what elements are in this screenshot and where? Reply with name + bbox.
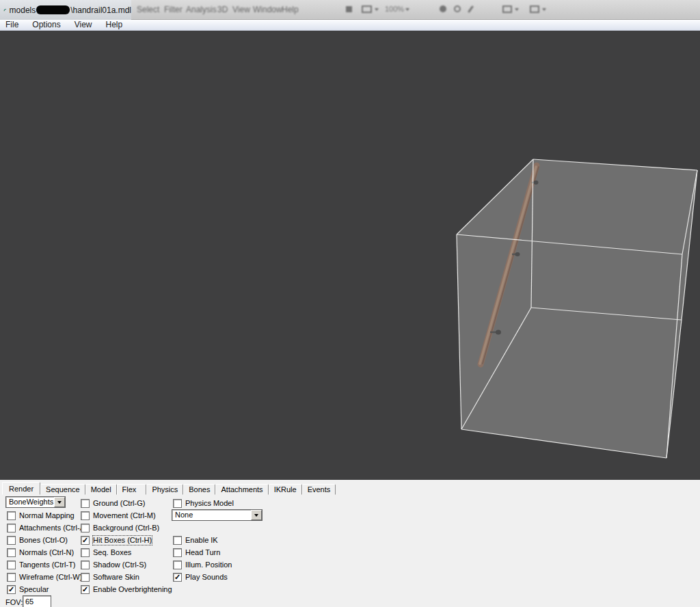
physics-model-combo[interactable]: None <box>172 509 262 521</box>
checkbox-play-sounds[interactable]: ✓Play Sounds <box>173 572 228 582</box>
checkbox-mark <box>7 548 16 557</box>
checkbox-mark <box>81 524 90 532</box>
bg-menu-view[interactable]: View <box>232 5 250 14</box>
checkbox-mark <box>7 573 16 582</box>
checkbox-normal-mapping[interactable]: Normal Mapping <box>7 511 75 520</box>
checkbox-mark <box>7 561 16 569</box>
brush-tool-icon[interactable] <box>468 5 474 13</box>
hitbox-fill <box>457 159 697 458</box>
checkbox-ground[interactable]: Ground (Ctrl-G) <box>81 498 145 508</box>
checkbox-mark <box>81 511 90 520</box>
checkbox-mark: ✓ <box>81 536 90 545</box>
window-title: models\handrail01a.mdl <box>10 5 131 15</box>
zoom-level-dropdown[interactable]: 100% <box>385 5 404 13</box>
render-mode-combo[interactable]: BoneWeights <box>5 496 66 508</box>
chevron-down-icon <box>375 8 379 13</box>
combo-dropdown-button[interactable] <box>251 510 262 520</box>
checkbox-attachments[interactable]: Attachments (Ctrl-A) <box>7 523 88 532</box>
chevron-down-icon <box>542 8 546 13</box>
checkbox-shadow[interactable]: Shadow (Ctrl-S) <box>81 560 146 569</box>
tab-sequence[interactable]: Sequence <box>40 484 85 495</box>
tab-attachments[interactable]: Attachments <box>215 484 268 495</box>
checkbox-mark <box>7 511 16 520</box>
checkbox-mark <box>7 524 16 532</box>
tab-events[interactable]: Events <box>302 484 336 495</box>
chevron-down-icon <box>57 501 62 506</box>
checkbox-mark <box>81 499 90 508</box>
fov-label: FOV: <box>5 598 23 606</box>
checkbox-mark <box>81 561 90 569</box>
tab-model[interactable]: Model <box>85 484 117 495</box>
bg-menu-filter[interactable]: Filter <box>164 5 183 14</box>
checkbox-hit-boxes[interactable]: ✓Hit Boxes (Ctrl-H) <box>81 535 152 545</box>
checkbox-mark <box>81 548 90 557</box>
chevron-down-icon <box>254 514 258 519</box>
control-panel: RenderSequenceModelFlexPhysicsBonesAttac… <box>0 480 700 607</box>
workspace-toggle-icon[interactable] <box>530 5 539 13</box>
window-titlebar[interactable]: models\handrail01a.mdl <box>0 0 131 20</box>
grid-icon[interactable] <box>346 6 352 12</box>
combo-dropdown-button[interactable] <box>54 497 65 507</box>
tab-render[interactable]: Render <box>2 482 40 495</box>
checkbox-mark <box>173 548 182 557</box>
panel-toggle-icon[interactable] <box>502 5 512 13</box>
hlmv-app-icon <box>3 4 7 16</box>
checkbox-software-skin[interactable]: Software Skin <box>81 572 139 582</box>
render-mode-value: BoneWeights <box>6 497 54 507</box>
checkbox-seq-boxes[interactable]: Seq. Boxes <box>81 548 131 557</box>
checkbox-normals[interactable]: Normals (Ctrl-N) <box>7 548 74 557</box>
hitbox-wireframe-scene <box>0 31 700 480</box>
tab-ikrule[interactable]: IKRule <box>269 484 302 495</box>
checkbox-bones[interactable]: Bones (Ctrl-O) <box>7 535 68 545</box>
checkbox-mark <box>173 536 182 545</box>
menu-bar: File Options View Help <box>0 20 700 31</box>
menu-view[interactable]: View <box>68 20 99 31</box>
bg-menu-3d[interactable]: 3D <box>217 5 228 14</box>
checkbox-mark: ✓ <box>81 585 90 594</box>
checkbox-tangents[interactable]: Tangents (Ctrl-T) <box>7 560 76 569</box>
tab-bones[interactable]: Bones <box>183 484 215 495</box>
bg-menu-analysis[interactable]: Analysis <box>186 5 217 14</box>
checkbox-mark: ✓ <box>173 573 182 582</box>
title-prefix: models <box>10 5 36 15</box>
fov-input[interactable] <box>23 595 51 607</box>
checkbox-specular[interactable]: ✓Specular <box>7 584 49 594</box>
bg-menu-select[interactable]: Select <box>137 5 159 14</box>
model-viewport[interactable] <box>0 31 700 480</box>
checkbox-mark: ✓ <box>7 585 16 594</box>
checkbox-illum-position[interactable]: Illum. Position <box>173 560 232 569</box>
checkbox-mark <box>173 499 182 508</box>
checkbox-head-turn[interactable]: Head Turn <box>173 548 220 557</box>
checkbox-physics-model[interactable]: Physics Model <box>173 498 234 508</box>
title-suffix: \handrail01a.mdl <box>70 5 131 15</box>
checkbox-movement[interactable]: Movement (Ctrl-M) <box>81 511 156 520</box>
checkbox-enable-overbrightening[interactable]: ✓Enable Overbrightening <box>81 584 172 594</box>
checkbox-enable-ik[interactable]: Enable IK <box>173 535 218 545</box>
menu-help[interactable]: Help <box>99 20 130 31</box>
new-document-icon[interactable] <box>362 5 372 13</box>
zoom-tool-icon[interactable] <box>454 5 461 12</box>
tab-strip: RenderSequenceModelFlexPhysicsBonesAttac… <box>2 482 336 496</box>
tab-physics[interactable]: Physics <box>146 484 183 495</box>
chevron-down-icon <box>515 8 519 13</box>
top-bar: Select Filter Analysis 3D View Window He… <box>0 0 700 20</box>
menu-file[interactable]: File <box>0 20 25 31</box>
bg-menu-window[interactable]: Window <box>253 5 282 14</box>
checkbox-background[interactable]: Background (Ctrl-B) <box>81 523 159 532</box>
chevron-down-icon <box>405 8 409 13</box>
checkbox-wireframe[interactable]: Wireframe (Ctrl-W) <box>7 572 82 582</box>
menu-options[interactable]: Options <box>25 20 67 31</box>
hand-tool-icon[interactable] <box>440 5 446 12</box>
checkbox-mark <box>7 536 16 545</box>
checkbox-mark <box>81 573 90 582</box>
tab-flex[interactable]: Flex <box>117 484 147 495</box>
checkbox-mark <box>173 561 182 569</box>
redaction-box <box>36 5 70 14</box>
bg-menu-help[interactable]: Help <box>282 5 299 14</box>
physics-model-value: None <box>172 510 251 520</box>
